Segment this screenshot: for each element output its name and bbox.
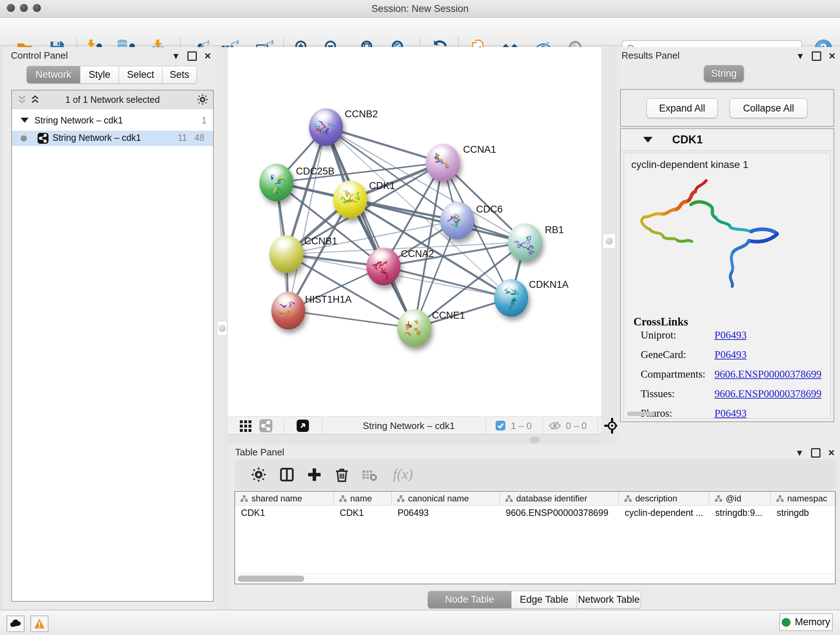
table-cell[interactable]: P06493 [392,506,500,519]
table-cell[interactable]: CDK1 [334,506,392,519]
tab-string[interactable]: String [704,65,744,82]
network-list: 1 of 1 Network selected String Network –… [11,90,214,602]
table-cell[interactable]: 9606.ENSP00000378699 [500,506,619,519]
scrollbar-thumb[interactable] [238,576,304,582]
table-tabs: Node Table Edge Table Network Table [428,591,641,608]
column-header-database-identifier[interactable]: database identifier [500,492,619,505]
network-edge[interactable] [384,266,511,298]
tree-expander-icon[interactable] [21,118,28,123]
network-node-CCNA1[interactable] [426,144,460,181]
warning-icon [33,618,46,630]
crosslinks-heading: CrossLinks [633,315,688,328]
column-header-canonical-name[interactable]: canonical name [392,492,500,505]
node-label-HIST1H1A: HIST1H1A [305,294,352,305]
column-header-namespac[interactable]: namespac [771,492,836,505]
network-node-CCNB2[interactable] [309,108,343,146]
tab-sets[interactable]: Sets [163,66,197,84]
node-label-CDKN1A: CDKN1A [529,279,569,290]
network-view-toolbar: String Network – cdk1 1 – 0 0 – 0 [228,416,601,434]
expand-all-button[interactable]: Expand All [646,98,718,118]
results-controls: Expand All Collapse All [620,89,834,127]
panel-float-icon[interactable] [812,51,821,61]
results-scrollbar[interactable] [627,412,655,416]
node-label-CCNB1: CCNB1 [304,236,338,247]
network-node-CCNA2[interactable] [366,248,401,285]
panel-close-icon[interactable]: ✕ [829,52,836,60]
table-scrollbar[interactable] [235,573,835,584]
network-node-CCNB1[interactable] [270,235,303,273]
crosslink-link[interactable]: P06493 [714,348,747,361]
network-edge[interactable] [288,310,414,328]
crosslink-link[interactable]: P06493 [714,407,747,419]
crosslink-label: Compartments: [641,368,706,380]
memory-button[interactable]: Memory [779,613,833,631]
network-node-CDC25B[interactable] [259,164,294,201]
table-cell[interactable]: stringdb [771,506,836,519]
tab-node-table[interactable]: Node Table [428,591,512,608]
network-node-HIST1H1A[interactable] [271,292,305,329]
protein-card-header[interactable]: CDK1 [621,129,834,151]
splitter-handle[interactable] [530,437,540,443]
right-splitter[interactable] [601,47,617,445]
table-options-gear-icon[interactable] [250,466,267,483]
protein-structure-image [632,174,791,310]
selected-checkbox-icon[interactable] [496,421,505,431]
crosslink-link[interactable]: P06493 [714,329,747,341]
network-node-CDKN1A[interactable] [494,279,528,317]
network-node-CCNE1[interactable] [397,309,431,347]
column-header--id[interactable]: @id [709,492,771,505]
network-row-selected[interactable]: String Network – cdk1 11 48 [12,131,213,146]
column-header-name[interactable]: name [334,492,392,505]
network-view-dot-icon [21,135,27,141]
tab-network[interactable]: Network [27,66,80,84]
panel-menu-icon[interactable]: ▼ [172,52,180,60]
tab-style[interactable]: Style [80,66,119,84]
table-header-row: shared namenamecanonical namedatabase id… [235,492,835,506]
panel-menu-icon[interactable]: ▼ [795,448,804,457]
column-header-description[interactable]: description [619,492,709,505]
table-cell[interactable]: CDK1 [235,506,334,519]
network-name: String Network – cdk1 [52,133,141,143]
table-cell[interactable]: stringdb:9... [709,506,771,519]
panel-close-icon[interactable]: ✕ [828,448,835,457]
crosslink-link[interactable]: 9606.ENSP00000378699 [714,368,821,380]
network-canvas[interactable]: CCNB2CCNA1CDC25BCDK1CDC6RB1CCNB1CCNA2CDK… [228,47,601,416]
column-header-shared-name[interactable]: shared name [235,492,334,505]
network-edge[interactable] [288,127,326,310]
show-columns-icon[interactable] [279,466,295,483]
horizontal-splitter[interactable] [228,434,601,445]
node-table[interactable]: shared namenamecanonical namedatabase id… [234,491,836,584]
table-panel-title: Table Panel [235,447,284,458]
tab-edge-table[interactable]: Edge Table [512,591,577,608]
table-cell[interactable]: cyclin-dependent ... [619,506,709,519]
cloud-status-button[interactable] [6,616,25,632]
network-options-gear-icon[interactable] [196,93,209,106]
network-collection-row[interactable]: String Network – cdk1 1 [12,113,213,127]
tab-network-table[interactable]: Network Table [577,591,641,608]
detach-view-icon[interactable] [295,418,310,433]
network-node-CDC6[interactable] [440,202,474,239]
network-view-share-icon[interactable] [259,418,273,433]
node-label-CCNE1: CCNE1 [432,310,465,321]
tab-select[interactable]: Select [119,66,163,84]
left-splitter[interactable] [216,47,228,609]
collapse-section-icon[interactable] [643,137,653,143]
node-label-CCNB2: CCNB2 [345,109,378,120]
panel-float-icon[interactable] [811,448,821,458]
control-panel: Control Panel ▼ ✕ Network Style Select S… [3,47,216,609]
crosslink-row: Compartments:9606.ENSP00000378699 [641,368,706,380]
grid-view-icon[interactable] [238,418,253,433]
crosslink-link[interactable]: 9606.ENSP00000378699 [714,388,821,400]
panel-float-icon[interactable] [187,51,197,61]
warning-status-button[interactable] [30,616,49,632]
title-bar: Session: New Session [0,0,840,18]
panel-menu-icon[interactable]: ▼ [796,52,805,60]
table-row[interactable]: CDK1CDK1P064939606.ENSP00000378699cyclin… [235,506,835,519]
delete-column-icon[interactable] [333,466,350,483]
network-edge[interactable] [326,127,443,163]
network-node-RB1[interactable] [508,223,542,261]
panel-close-icon[interactable]: ✕ [204,52,211,60]
network-node-CDK1[interactable] [333,181,367,218]
collapse-all-button[interactable]: Collapse All [729,98,807,118]
add-column-icon[interactable] [306,466,323,483]
